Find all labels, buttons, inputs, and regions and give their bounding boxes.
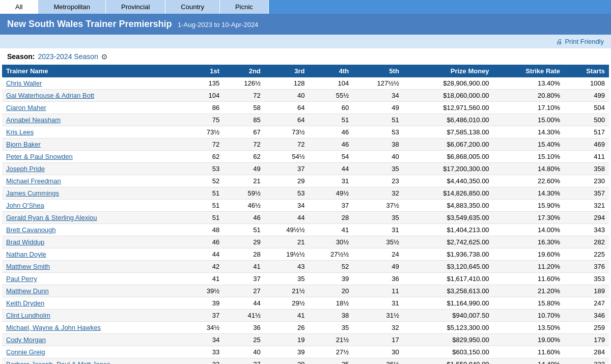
table-cell: 86 xyxy=(188,102,224,114)
trainer-name-cell[interactable]: Michael Freedman xyxy=(2,175,188,187)
table-cell: 27½½ xyxy=(309,248,353,261)
table-row: Matthew Dunn39½2721½2011$3,258,613.0021.… xyxy=(2,285,609,297)
table-cell: 19.60% xyxy=(493,248,564,261)
trainer-name-cell[interactable]: Gai Waterhouse & Adrian Bott xyxy=(2,90,188,102)
table-cell: 247 xyxy=(564,297,609,310)
table-cell: 31 xyxy=(309,175,353,187)
table-cell: 51 xyxy=(188,187,224,200)
table-cell: 34 xyxy=(353,90,403,102)
trainer-name-cell[interactable]: Kris Lees xyxy=(2,126,188,138)
tab-all[interactable]: All xyxy=(0,0,38,14)
table-cell: 64 xyxy=(265,114,309,126)
table-cell: $7,585,138.00 xyxy=(403,126,493,138)
table-cell: 24 xyxy=(353,248,403,261)
print-friendly-link[interactable]: 🖨 Print Friendly xyxy=(556,38,604,45)
trainer-name-cell[interactable]: Brett Cavanough xyxy=(2,224,188,236)
table-cell: 35 xyxy=(309,322,353,334)
trainer-name-cell[interactable]: Matthew Dunn xyxy=(2,285,188,297)
season-dropdown-icon[interactable]: ⊙ xyxy=(101,52,107,61)
table-row: Brett Cavanough485149½½4131$1,404,213.00… xyxy=(2,224,609,236)
table-cell: 49½½ xyxy=(265,224,309,236)
tab-picnic[interactable]: Picnic xyxy=(220,0,269,14)
table-cell: 54½ xyxy=(265,151,309,163)
table-cell: 14.80% xyxy=(493,163,564,175)
tab-metropolitan[interactable]: Metropolitan xyxy=(38,0,106,14)
trainer-name-cell[interactable]: James Cummings xyxy=(2,187,188,200)
table-cell: 37 xyxy=(188,310,224,322)
trainer-name-cell[interactable]: Brad Widdup xyxy=(2,236,188,248)
trainer-name-cell[interactable]: Peter & Paul Snowden xyxy=(2,151,188,163)
table-cell: 73½ xyxy=(188,126,224,138)
date-range: 1-Aug-2023 to 10-Apr-2024 xyxy=(178,21,258,29)
page-title: New South Wales Trainer Premiership xyxy=(7,19,172,29)
trainer-name-cell[interactable]: Nathan Doyle xyxy=(2,248,188,261)
table-cell: 31 xyxy=(353,224,403,236)
table-row: Nathan Doyle442819½½27½½24$1,936,738.001… xyxy=(2,248,609,261)
table-cell: 40 xyxy=(353,151,403,163)
trainer-name-cell[interactable]: Joseph Pride xyxy=(2,163,188,175)
table-cell: 46 xyxy=(309,126,353,138)
trainer-name-cell[interactable]: Bjorn Baker xyxy=(2,138,188,151)
tab-country[interactable]: Country xyxy=(165,0,220,14)
table-row: Brad Widdup46292130½35½$2,742,625.0016.3… xyxy=(2,236,609,248)
table-row: Michael Freedman5221293123$4,440,350.002… xyxy=(2,175,609,187)
table-cell: 11.60% xyxy=(493,273,564,285)
table-row: Barbara Joseph, Paul & Matt Jones3227292… xyxy=(2,358,609,365)
table-cell: 33 xyxy=(188,346,224,358)
table-cell: 376 xyxy=(564,261,609,273)
trainer-name-cell[interactable]: Clint Lundholm xyxy=(2,310,188,322)
table-row: Paul Perry4137353936$1,617,410.0011.60%3… xyxy=(2,273,609,285)
table-cell: 37½ xyxy=(353,200,403,212)
table-row: Bjorn Baker7272724638$6,067,200.0015.40%… xyxy=(2,138,609,151)
table-cell: 39½ xyxy=(188,285,224,297)
table-cell: $12,971,560.00 xyxy=(403,102,493,114)
table-cell: 41½ xyxy=(224,310,265,322)
trainer-name-cell[interactable]: Michael, Wayne & John Hawkes xyxy=(2,322,188,334)
table-cell: 72 xyxy=(224,138,265,151)
table-cell: $3,258,613.00 xyxy=(403,285,493,297)
col-3rd: 3rd xyxy=(265,65,309,77)
table-cell: 222 xyxy=(564,358,609,365)
table-cell: 32 xyxy=(188,358,224,365)
trainer-name-cell[interactable]: Cody Morgan xyxy=(2,334,188,346)
col-prize-money: Prize Money xyxy=(403,65,493,77)
table-row: Chris Waller135126½128104127½½$28,906,90… xyxy=(2,77,609,90)
table-cell: 37 xyxy=(309,200,353,212)
season-value[interactable]: 2023-2024 Season xyxy=(38,52,98,61)
trainer-name-cell[interactable]: Annabel Neasham xyxy=(2,114,188,126)
table-cell: 499 xyxy=(564,90,609,102)
table-cell: 51 xyxy=(309,114,353,126)
table-cell: 20.80% xyxy=(493,90,564,102)
table-cell: 29 xyxy=(265,358,309,365)
trainer-name-cell[interactable]: Keith Dryden xyxy=(2,297,188,310)
table-cell: 189 xyxy=(564,285,609,297)
table-cell: 17 xyxy=(353,334,403,346)
col-4th: 4th xyxy=(309,65,353,77)
table-cell: 27 xyxy=(224,358,265,365)
table-cell: $1,164,990.00 xyxy=(403,297,493,310)
trainer-name-cell[interactable]: Barbara Joseph, Paul & Matt Jones xyxy=(2,358,188,365)
table-cell: 17.30% xyxy=(493,212,564,224)
table-cell: 51 xyxy=(188,212,224,224)
table-cell: 343 xyxy=(564,224,609,236)
table-cell: 104 xyxy=(309,77,353,90)
trainer-name-cell[interactable]: John O'Shea xyxy=(2,200,188,212)
tab-provincial[interactable]: Provincial xyxy=(106,0,165,14)
table-cell: 38 xyxy=(353,138,403,151)
trainer-name-cell[interactable]: Matthew Smith xyxy=(2,261,188,273)
table-cell: 52 xyxy=(309,261,353,273)
trainer-name-cell[interactable]: Connie Greig xyxy=(2,346,188,358)
table-cell: 85 xyxy=(224,114,265,126)
table-cell: $3,549,635.00 xyxy=(403,212,493,224)
table-cell: 34½ xyxy=(188,322,224,334)
table-cell: 31½ xyxy=(353,310,403,322)
table-cell: 128 xyxy=(265,77,309,90)
trainer-name-cell[interactable]: Gerald Ryan & Sterling Alexiou xyxy=(2,212,188,224)
col-starts: Starts xyxy=(564,65,609,77)
table-cell: 353 xyxy=(564,273,609,285)
trainer-name-cell[interactable]: Paul Perry xyxy=(2,273,188,285)
trainer-name-cell[interactable]: Chris Waller xyxy=(2,77,188,90)
table-cell: 321 xyxy=(564,200,609,212)
table-row: John O'Shea5146½343737½$4,883,350.0015.9… xyxy=(2,200,609,212)
trainer-name-cell[interactable]: Ciaron Maher xyxy=(2,102,188,114)
